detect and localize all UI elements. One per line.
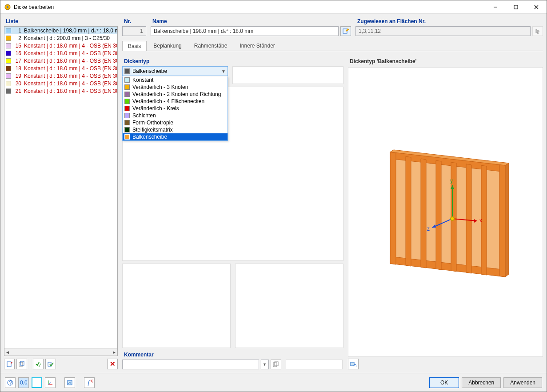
info-button[interactable] (64, 377, 75, 388)
svg-marker-20 (406, 156, 411, 266)
list-item-label: Konstant | d : 18.0 mm | 4 - OSB (EN 300… (24, 65, 117, 72)
tab-innere-ständer[interactable]: Innere Ständer (234, 40, 280, 51)
check-all-button[interactable] (33, 359, 44, 369)
svg-marker-24 (466, 164, 471, 273)
scroll-left-icon[interactable]: ◄ (5, 350, 10, 355)
option-swatch-icon (124, 77, 130, 83)
svg-line-45 (48, 382, 51, 384)
tab-basis[interactable]: Basis (122, 41, 147, 51)
ok-button[interactable]: OK (429, 377, 459, 388)
thickness-type-dropdown[interactable]: KonstantVeränderlich - 3 KnotenVeränderl… (122, 76, 228, 141)
comment-library-button[interactable] (271, 360, 281, 369)
tab-beplankung[interactable]: Beplankung (148, 40, 187, 51)
option-swatch-icon (124, 113, 130, 118)
list-item[interactable]: 20Konstant | d : 18.0 mm | 4 - OSB (EN 3… (4, 80, 117, 87)
main-panel: Nr. 1 Name Balkenscheibe | 198.0 mm | dₛ… (122, 17, 543, 369)
list-panel: Liste 1Balkenscheibe | 198.0 mm | dₛ⁺ : … (4, 17, 118, 369)
list-item-label: Konstant | d : 18.0 mm | 4 - OSB (EN 300… (24, 73, 117, 79)
dropdown-option[interactable]: Veränderlich - Kreis (123, 105, 228, 112)
list-item[interactable]: 18Konstant | d : 18.0 mm | 4 - OSB (EN 3… (4, 64, 117, 72)
dropdown-option[interactable]: Veränderlich - 4 Flächenecken (123, 98, 228, 105)
delete-item-button[interactable]: ✕ (107, 359, 118, 369)
preview-viewport[interactable]: x y z (348, 67, 543, 357)
number-group: Nr. 1 (122, 17, 146, 36)
dropdown-option[interactable]: Balkenscheibe (123, 133, 228, 140)
color-swatch-icon (6, 58, 11, 64)
option-label: Form-Orthotropie (132, 120, 173, 126)
list-item[interactable]: 16Konstant | d : 18.0 mm | 4 - OSB (EN 3… (4, 49, 117, 57)
thickness-list[interactable]: 1Balkenscheibe | 198.0 mm | dₛ⁺ : 18.0 m… (4, 26, 118, 356)
check-item-button[interactable] (45, 359, 56, 369)
dropdown-option[interactable]: Konstant (123, 76, 228, 84)
dialog-window: Dicke bearbeiten Liste 1Balkenscheibe | … (0, 0, 547, 392)
preview-graphic: x y z (366, 132, 526, 292)
option-label: Veränderlich - Kreis (132, 105, 179, 112)
number-field: 1 (122, 26, 146, 36)
svg-marker-22 (436, 160, 441, 270)
list-item[interactable]: 21Konstant | d : 18.0 mm | 4 - OSB (EN 3… (4, 87, 117, 95)
close-button[interactable] (526, 0, 547, 14)
list-item-label: Konstant | d : 200.0 mm | 3 - C25/30 (24, 35, 110, 41)
extra-box-2 (235, 264, 343, 348)
edit-name-button[interactable] (340, 26, 351, 36)
comment-field[interactable] (122, 360, 259, 369)
list-item-number: 17 (12, 58, 21, 64)
type-detail-box (232, 66, 343, 84)
list-item[interactable]: 15Konstant | d : 18.0 mm | 4 - OSB (EN 3… (4, 42, 117, 49)
assigned-field[interactable]: 1,3,11,12 (355, 26, 531, 36)
dropdown-option[interactable]: Veränderlich - 2 Knoten und Richtung (123, 91, 228, 98)
axes-button[interactable] (45, 377, 56, 388)
list-item-number: 18 (12, 65, 21, 72)
svg-text:0,00: 0,00 (20, 380, 27, 386)
assigned-group: Zugewiesen an Flächen Nr. 1,3,11,12 (355, 17, 543, 36)
color-button[interactable] (32, 377, 42, 388)
tab-rahmenstäbe[interactable]: Rahmenstäbe (188, 40, 233, 51)
option-label: Veränderlich - 4 Flächenecken (132, 98, 204, 104)
list-item[interactable]: 19Konstant | d : 18.0 mm | 4 - OSB (EN 3… (4, 72, 117, 80)
svg-text:↯: ↯ (90, 380, 92, 384)
list-item-number: 19 (12, 73, 21, 79)
list-item[interactable]: 1Balkenscheibe | 198.0 mm | dₛ⁺ : 18.0 m… (4, 27, 117, 34)
minimize-button[interactable] (485, 0, 506, 14)
preview-settings-button[interactable] (348, 359, 359, 369)
dropdown-option[interactable]: Form-Orthotropie (123, 119, 228, 126)
list-item-number: 20 (12, 80, 21, 87)
option-label: Konstant (132, 77, 153, 83)
horizontal-scrollbar[interactable]: ◄ ► (4, 348, 117, 356)
svg-rect-3 (514, 5, 518, 9)
list-item-number: 2 (12, 35, 21, 41)
app-icon (4, 4, 11, 11)
scroll-right-icon[interactable]: ► (112, 350, 116, 355)
dropdown-option[interactable]: Veränderlich - 3 Knoten (123, 84, 228, 91)
comment-dropdown-icon[interactable]: ▼ (261, 360, 269, 369)
thickness-type-combo[interactable]: Balkenscheibe ▼ KonstantVeränderlich - 3… (122, 66, 228, 76)
color-swatch-icon (6, 51, 11, 56)
list-item-label: Konstant | d : 18.0 mm | 4 - OSB (EN 300… (24, 88, 117, 94)
option-swatch-icon (124, 120, 130, 125)
name-field[interactable]: Balkenscheibe | 198.0 mm | dₛ⁺ : 18.0 mm (151, 26, 339, 36)
svg-rect-46 (68, 380, 72, 385)
units-button[interactable]: 0,00 (18, 377, 29, 388)
titlebar: Dicke bearbeiten (0, 0, 547, 14)
list-item[interactable]: 17Konstant | d : 18.0 mm | 4 - OSB (EN 3… (4, 57, 117, 64)
option-label: Schichten (132, 112, 156, 119)
option-label: Veränderlich - 3 Knoten (132, 84, 188, 90)
function-button[interactable]: ƒ↯ (84, 377, 95, 388)
thickness-type-label: Dickentyp (122, 57, 343, 66)
apply-button[interactable]: Anwenden (503, 377, 542, 388)
new-item-button[interactable] (4, 359, 15, 369)
help-button[interactable]: ? (5, 377, 16, 388)
name-label: Name (151, 17, 351, 26)
list-item-label: Konstant | d : 18.0 mm | 4 - OSB (EN 300… (24, 43, 117, 49)
dropdown-option[interactable]: Steifigkeitsmatrix (123, 126, 228, 133)
option-label: Balkenscheibe (132, 134, 167, 140)
color-swatch-icon (6, 81, 11, 86)
maximize-button[interactable] (506, 0, 526, 14)
list-item[interactable]: 2Konstant | d : 200.0 mm | 3 - C25/30 (4, 34, 117, 42)
pick-surfaces-button[interactable] (532, 26, 543, 36)
cancel-button[interactable]: Abbrechen (462, 377, 501, 388)
option-swatch-icon (124, 99, 130, 104)
copy-item-button[interactable] (16, 359, 27, 369)
color-swatch-icon (6, 43, 11, 48)
dropdown-option[interactable]: Schichten (123, 112, 228, 119)
